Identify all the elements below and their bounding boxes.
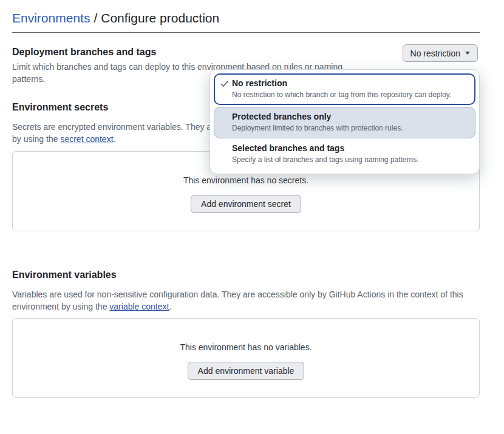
dropdown-item-description: No restriction to which branch or tag fr… <box>232 89 469 100</box>
variables-heading: Environment variables <box>12 269 480 281</box>
secrets-empty-text: This environment has no secrets. <box>13 174 479 186</box>
dropdown-item-description: Deployment limited to branches with prot… <box>232 123 469 134</box>
variables-empty-box: This environment has no variables. Add e… <box>12 318 480 398</box>
breadcrumb-separator: / <box>90 11 101 25</box>
deployment-branches-section: Deployment branches and tags Limit which… <box>12 46 480 85</box>
variable-context-link[interactable]: variable context <box>109 302 169 311</box>
restriction-selector-label: No restriction <box>410 49 460 58</box>
secrets-description-period: . <box>114 134 116 144</box>
variables-empty-text: This environment has no variables. <box>13 341 479 353</box>
check-icon <box>220 79 230 89</box>
breadcrumb-current: Configure production <box>101 11 219 25</box>
dropdown-item-selected-branches[interactable]: Selected branches and tags Specify a lis… <box>214 138 475 170</box>
variables-description: Variables are used for non-sensitive con… <box>12 288 480 313</box>
add-environment-secret-button[interactable]: Add environment secret <box>191 195 301 213</box>
environment-variables-section: Environment variables Variables are used… <box>12 269 480 398</box>
add-environment-variable-button[interactable]: Add environment variable <box>188 362 305 380</box>
dropdown-item-title: No restriction <box>232 77 469 89</box>
breadcrumb-environments-link[interactable]: Environments <box>12 11 90 25</box>
chevron-down-icon <box>465 52 470 55</box>
page-title: Environments/Configure production <box>12 10 480 33</box>
dropdown-item-protected-branches[interactable]: Protected branches only Deployment limit… <box>214 107 475 138</box>
restriction-dropdown-panel: No restriction No restriction to which b… <box>209 69 480 174</box>
dropdown-item-description: Specify a list of branches and tags usin… <box>232 154 469 165</box>
variables-description-text: Variables are used for non-sensitive con… <box>12 290 463 311</box>
secret-context-link[interactable]: secret context <box>60 134 113 144</box>
restriction-selector-button[interactable]: No restriction <box>403 44 478 62</box>
dropdown-item-title: Selected branches and tags <box>232 142 469 154</box>
variables-description-period: . <box>169 302 171 311</box>
dropdown-item-title: Protected branches only <box>232 110 469 123</box>
dropdown-item-no-restriction[interactable]: No restriction No restriction to which b… <box>214 73 475 105</box>
